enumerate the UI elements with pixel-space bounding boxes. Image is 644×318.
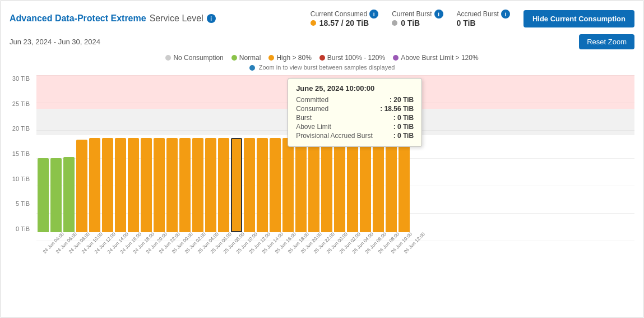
bar[interactable] <box>282 138 294 232</box>
current-burst-metric: Current Burst i 0 TiB <box>392 10 443 27</box>
legend: No Consumption Normal High > 80% Burst 1… <box>10 54 634 62</box>
tooltip-consumed: Consumed: 18.56 TiB <box>296 105 414 113</box>
current-consumed-info-icon[interactable]: i <box>369 10 378 19</box>
legend-high: High > 80% <box>268 54 311 62</box>
bars-area: 24 Jun 04:0024 Jun 06:0024 Jun 08:0024 J… <box>36 75 634 263</box>
accrued-burst-info-icon[interactable]: i <box>501 10 510 19</box>
tooltip: June 25, 2024 10:00:00 Committed: 20 TiB… <box>288 78 422 147</box>
bar[interactable] <box>63 157 75 232</box>
bar[interactable] <box>166 138 178 232</box>
bar[interactable] <box>347 138 358 232</box>
accrued-burst-value: 0 TiB <box>457 19 510 27</box>
accrued-burst-label: Accrued Burst i <box>457 10 510 19</box>
bar[interactable] <box>321 138 332 232</box>
bar[interactable] <box>218 138 229 232</box>
bar[interactable] <box>50 158 62 232</box>
current-burst-label: Current Burst i <box>392 10 443 19</box>
bar[interactable] <box>102 138 113 232</box>
subheader: Jun 23, 2024 - Jun 30, 2024 Reset Zoom <box>10 34 634 49</box>
bar[interactable] <box>205 138 216 232</box>
bar[interactable] <box>141 138 152 232</box>
y-axis-label: 20 TiB <box>12 125 33 132</box>
date-range: Jun 23, 2024 - Jun 30, 2024 <box>10 38 100 46</box>
bar[interactable] <box>128 138 139 232</box>
legend-normal: Normal <box>231 54 261 62</box>
header: Advanced Data-Protect Extreme Service Le… <box>10 10 634 27</box>
title-gray: Service Level <box>150 13 203 24</box>
legend-no-consumption-dot <box>165 55 171 61</box>
bar[interactable] <box>270 138 281 232</box>
current-burst-value: 0 TiB <box>392 19 443 27</box>
tooltip-committed: Committed: 20 TiB <box>296 96 414 104</box>
legend-burst: Burst 100% - 120% <box>319 54 385 62</box>
y-axis-label: 15 TiB <box>12 150 33 157</box>
accrued-burst-metric: Accrued Burst i 0 TiB <box>457 10 510 27</box>
header-metrics: Current Consumed i 18.57 / 20 TiB Curren… <box>311 10 634 27</box>
legend-above-burst-dot <box>393 55 399 61</box>
y-axis-label: 0 TiB <box>16 225 33 232</box>
bar[interactable] <box>257 138 268 232</box>
bar[interactable] <box>179 138 191 232</box>
y-axis-label: 30 TiB <box>12 75 33 82</box>
current-consumed-label: Current Consumed i <box>311 10 378 19</box>
bar[interactable] <box>76 140 87 232</box>
burst-dot <box>392 20 397 26</box>
bar[interactable] <box>386 138 397 232</box>
hide-consumption-button[interactable]: Hide Current Consumption <box>523 10 634 27</box>
bar[interactable] <box>192 138 203 232</box>
service-level-info-icon[interactable]: i <box>207 14 216 23</box>
bar[interactable] <box>308 138 319 232</box>
y-axis-label: 25 TiB <box>12 100 33 107</box>
current-burst-info-icon[interactable]: i <box>434 10 443 19</box>
bar[interactable] <box>154 138 165 232</box>
legend-high-dot <box>268 55 274 61</box>
y-axis-label: 10 TiB <box>12 176 33 182</box>
bar[interactable] <box>334 138 345 232</box>
bar[interactable] <box>399 140 410 232</box>
main-container: Advanced Data-Protect Extreme Service Le… <box>0 0 644 318</box>
bar[interactable] <box>89 138 100 232</box>
bar[interactable] <box>373 138 384 232</box>
bar[interactable] <box>244 138 255 232</box>
title-blue: Advanced Data-Protect Extreme <box>10 13 146 24</box>
header-left: Advanced Data-Protect Extreme Service Le… <box>10 13 216 24</box>
bar[interactable] <box>295 138 307 232</box>
tooltip-burst: Burst: 0 TiB <box>296 114 414 122</box>
y-axis: 30 TiB25 TiB20 TiB15 TiB10 TiB5 TiB0 TiB <box>10 75 36 232</box>
bar[interactable] <box>360 138 371 232</box>
legend-above-burst: Above Burst Limit > 120% <box>393 54 478 62</box>
legend-burst-dot <box>319 55 325 61</box>
reset-zoom-button[interactable]: Reset Zoom <box>579 34 634 49</box>
tooltip-provisional: Provisional Accrued Burst: 0 TiB <box>296 132 414 140</box>
y-axis-label: 5 TiB <box>16 200 33 207</box>
bar[interactable] <box>38 158 49 232</box>
bar[interactable] <box>231 138 242 232</box>
bar[interactable] <box>115 138 126 232</box>
tooltip-above-limit: Above Limit: 0 TiB <box>296 123 414 131</box>
chart-section: 30 TiB25 TiB20 TiB15 TiB10 TiB5 TiB0 TiB… <box>10 75 634 263</box>
legend-zoom-dot <box>249 65 255 71</box>
tooltip-title: June 25, 2024 10:00:00 <box>296 84 414 93</box>
consumed-dot <box>311 20 316 26</box>
legend-no-consumption: No Consumption <box>165 54 223 62</box>
current-consumed-value: 18.57 / 20 TiB <box>311 19 378 27</box>
legend-zoom-note: Zoom in to view burst between samples di… <box>10 64 634 71</box>
current-consumed-metric: Current Consumed i 18.57 / 20 TiB <box>311 10 378 27</box>
legend-normal-dot <box>231 55 237 61</box>
